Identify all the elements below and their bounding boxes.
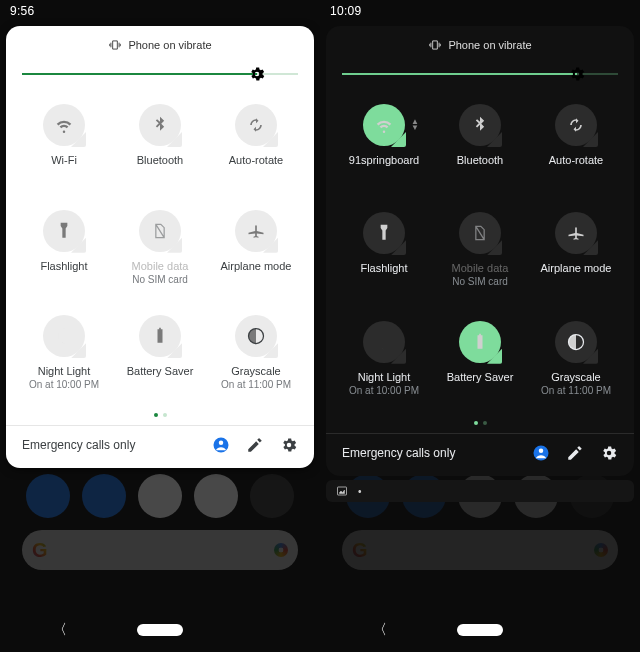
brightness-slider[interactable] <box>342 64 618 84</box>
wifi-icon[interactable]: ▲▼ <box>363 104 405 146</box>
home-search-bar: G <box>342 530 618 570</box>
tile-moon[interactable]: Night LightOn at 10:00 PM <box>339 321 429 417</box>
tile-battery[interactable]: Battery Saver <box>435 321 525 417</box>
brightness-thumb[interactable] <box>568 65 586 83</box>
tile-flashlight[interactable]: Flashlight <box>339 212 429 308</box>
tile-label: Flashlight <box>360 262 407 275</box>
tile-wifi[interactable]: Wi-Fi <box>19 104 109 198</box>
tile-contrast[interactable]: GrayscaleOn at 11:00 PM <box>211 315 301 409</box>
navigation-bar: 〈 <box>320 608 640 652</box>
page-dot <box>474 421 478 425</box>
statusbar: 9:56 <box>0 0 320 24</box>
tile-flashlight[interactable]: Flashlight <box>19 210 109 304</box>
home-button[interactable] <box>137 624 183 636</box>
brightness-fill <box>22 73 257 75</box>
tile-contrast[interactable]: GrayscaleOn at 11:00 PM <box>531 321 621 417</box>
panel-footer: Emergency calls only <box>336 434 624 470</box>
camera-app-icon <box>250 474 294 518</box>
carrier-text: Emergency calls only <box>22 438 135 452</box>
tile-label: Bluetooth <box>457 154 503 167</box>
battery-icon[interactable] <box>139 315 181 357</box>
tile-bluetooth[interactable]: Bluetooth <box>115 104 205 198</box>
brightness-fill <box>342 73 577 75</box>
edit-icon[interactable] <box>246 436 264 454</box>
ringer-status-row[interactable]: Phone on vibrate <box>16 38 304 52</box>
google-logo-icon: G <box>352 539 368 562</box>
nosim-icon[interactable] <box>139 210 181 252</box>
tile-label: Bluetooth <box>137 154 183 167</box>
tile-label: Mobile dataNo SIM card <box>132 260 189 286</box>
tile-airplane[interactable]: Airplane mode <box>531 212 621 308</box>
battery-icon[interactable] <box>459 321 501 363</box>
tile-label: Wi-Fi <box>51 154 77 167</box>
settings-icon[interactable] <box>600 444 618 462</box>
tile-bluetooth[interactable]: Bluetooth <box>435 104 525 200</box>
contrast-icon[interactable] <box>235 315 277 357</box>
airplane-icon[interactable] <box>555 212 597 254</box>
tile-label: Flashlight <box>40 260 87 273</box>
chrome-app-icon <box>194 474 238 518</box>
settings-icon[interactable] <box>280 436 298 454</box>
ringer-status-row[interactable]: Phone on vibrate <box>336 38 624 52</box>
vibrate-icon <box>428 38 442 52</box>
moon-icon[interactable] <box>363 321 405 363</box>
wifi-icon[interactable] <box>43 104 85 146</box>
vibrate-icon <box>108 38 122 52</box>
page-dot <box>154 413 158 417</box>
tile-rotate[interactable]: Auto-rotate <box>211 104 301 198</box>
tile-moon[interactable]: Night LightOn at 10:00 PM <box>19 315 109 409</box>
ringer-status-text: Phone on vibrate <box>448 39 531 51</box>
moon-icon[interactable] <box>43 315 85 357</box>
back-button[interactable]: 〈 <box>53 621 67 639</box>
notification-stub[interactable]: • <box>326 480 634 502</box>
tile-nosim[interactable]: Mobile dataNo SIM card <box>435 212 525 308</box>
home-button[interactable] <box>457 624 503 636</box>
tile-label: Auto-rotate <box>229 154 283 167</box>
home-search-bar: G <box>22 530 298 570</box>
panel-footer: Emergency calls only <box>16 426 304 462</box>
tile-label: Night LightOn at 10:00 PM <box>349 371 419 397</box>
tile-airplane[interactable]: Airplane mode <box>211 210 301 304</box>
right-pane: 10:09 G Phone on vibrate ▲▼91springboard… <box>320 0 640 652</box>
status-time: 9:56 <box>10 4 35 18</box>
contrast-icon[interactable] <box>555 321 597 363</box>
left-pane: 9:56 G Phone on vibrate Wi-FiBluetoothAu… <box>0 0 320 652</box>
navigation-bar: 〈 <box>0 608 320 652</box>
airplane-icon[interactable] <box>235 210 277 252</box>
tiles-grid: Wi-FiBluetoothAuto-rotateFlashlightMobil… <box>16 104 304 409</box>
bluetooth-icon[interactable] <box>459 104 501 146</box>
tile-label: Mobile dataNo SIM card <box>452 262 509 288</box>
google-logo-icon: G <box>32 539 48 562</box>
tile-wifi[interactable]: ▲▼91springboard <box>339 104 429 200</box>
page-indicator <box>336 421 624 425</box>
tile-battery[interactable]: Battery Saver <box>115 315 205 409</box>
brightness-thumb[interactable] <box>248 65 266 83</box>
tile-label: 91springboard <box>349 154 419 167</box>
flashlight-icon[interactable] <box>43 210 85 252</box>
status-time: 10:09 <box>330 4 362 18</box>
bluetooth-icon[interactable] <box>139 104 181 146</box>
back-button[interactable]: 〈 <box>373 621 387 639</box>
home-apps-row <box>0 474 320 518</box>
tile-label: Battery Saver <box>447 371 514 384</box>
tile-label: GrayscaleOn at 11:00 PM <box>541 371 611 397</box>
rotate-icon[interactable] <box>555 104 597 146</box>
brightness-slider[interactable] <box>22 64 298 84</box>
user-icon[interactable] <box>532 444 550 462</box>
tile-label: Auto-rotate <box>549 154 603 167</box>
user-icon[interactable] <box>212 436 230 454</box>
messages-app-icon <box>82 474 126 518</box>
edit-icon[interactable] <box>566 444 584 462</box>
tile-nosim[interactable]: Mobile dataNo SIM card <box>115 210 205 304</box>
tile-label: Airplane mode <box>221 260 292 273</box>
rotate-icon[interactable] <box>235 104 277 146</box>
nosim-icon[interactable] <box>459 212 501 254</box>
tile-label: GrayscaleOn at 11:00 PM <box>221 365 291 391</box>
page-dot <box>163 413 167 417</box>
tile-rotate[interactable]: Auto-rotate <box>531 104 621 200</box>
tile-label: Battery Saver <box>127 365 194 378</box>
flashlight-icon[interactable] <box>363 212 405 254</box>
expand-arrow-icon[interactable]: ▲▼ <box>411 119 419 131</box>
tiles-grid: ▲▼91springboardBluetoothAuto-rotateFlash… <box>336 104 624 417</box>
page-indicator <box>16 413 304 417</box>
